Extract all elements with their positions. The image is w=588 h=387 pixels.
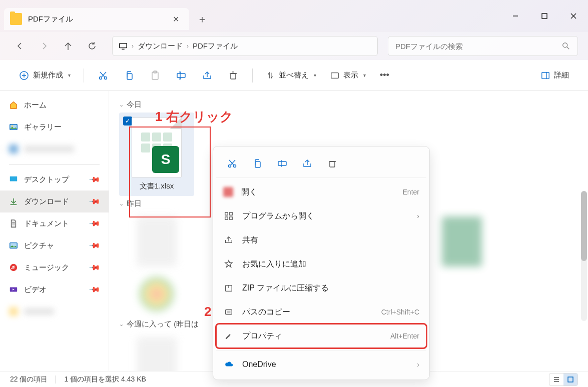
pc-icon <box>119 42 128 50</box>
up-button[interactable] <box>58 36 78 56</box>
file-item-blurred[interactable] <box>119 332 194 371</box>
group-today[interactable]: ⌄ 今日 <box>119 97 578 112</box>
sidebar-item-videos[interactable]: ビデオ 📌 <box>0 278 109 300</box>
ctx-cut-button[interactable] <box>221 154 243 174</box>
search-input[interactable] <box>395 42 561 50</box>
ctx-share[interactable]: 共有 <box>216 228 426 252</box>
toolbar: 新規作成 ▾ 並べ替え ▾ 表示 ▾ ••• 詳細 <box>0 60 588 91</box>
maximize-button[interactable] <box>530 4 559 28</box>
svg-rect-46 <box>278 162 286 166</box>
ctx-zip[interactable]: ZIP ファイルに圧縮する <box>216 276 426 300</box>
view-toggles <box>549 373 578 386</box>
breadcrumb-downloads[interactable]: ダウンロード <box>138 42 183 51</box>
ctx-copy-button[interactable] <box>246 154 268 174</box>
ctx-label: ZIP ファイルに圧縮する <box>242 283 419 294</box>
svg-rect-5 <box>120 44 127 48</box>
file-item-blurred[interactable] <box>424 212 499 272</box>
search-box[interactable] <box>388 36 578 56</box>
pictures-icon <box>9 241 18 250</box>
svg-line-8 <box>567 47 569 50</box>
ctx-label: プログラムから開く <box>242 211 409 222</box>
ctx-properties[interactable]: プロパティ Alt+Enter <box>216 324 426 348</box>
breadcrumb-current[interactable]: PDFファイル <box>193 42 238 51</box>
back-button[interactable] <box>10 36 30 56</box>
sidebar-item-pictures[interactable]: ピクチャ 📌 <box>0 234 109 256</box>
tab-close-button[interactable]: ✕ <box>169 12 183 26</box>
chevron-down-icon: ⌄ <box>119 102 124 108</box>
ctx-copy-path[interactable]: パスのコピー Ctrl+Shift+C <box>216 300 426 324</box>
chevron-down-icon: ⌄ <box>119 321 124 328</box>
view-label: 表示 <box>343 70 358 80</box>
file-name: 文書1.xlsx <box>140 182 174 191</box>
sidebar-label: ダウンロード <box>24 197 69 206</box>
video-icon <box>9 285 18 294</box>
context-toolbar <box>216 150 426 178</box>
onedrive-icon <box>223 360 234 369</box>
sidebar-item-documents[interactable]: ドキュメント 📌 <box>0 212 109 234</box>
view-button[interactable]: 表示 ▾ <box>325 66 371 86</box>
chevron-right-icon: › <box>187 42 189 50</box>
svg-rect-52 <box>230 212 232 215</box>
delete-button[interactable] <box>222 66 244 86</box>
svg-rect-49 <box>330 162 335 167</box>
ctx-label: OneDrive <box>242 360 409 369</box>
ctx-favorite[interactable]: お気に入りに追加 <box>216 252 426 276</box>
ctx-open-with[interactable]: プログラムから開く › <box>216 204 426 228</box>
svg-rect-45 <box>255 162 260 168</box>
sidebar-item-downloads[interactable]: ダウンロード 📌 <box>0 190 109 212</box>
breadcrumb[interactable]: › ダウンロード › PDFファイル <box>112 36 378 56</box>
sidebar-item-home[interactable]: ホーム <box>0 94 109 116</box>
sidebar-item-blurred[interactable]: › <box>0 138 109 160</box>
sidebar-item-blurred2[interactable] <box>0 300 109 322</box>
scrollbar[interactable] <box>581 191 587 321</box>
sort-button[interactable]: 並べ替え ▾ <box>261 66 321 86</box>
ctx-rename-button[interactable] <box>271 154 293 174</box>
sidebar-label: ビデオ <box>24 285 47 294</box>
svg-rect-19 <box>177 74 185 78</box>
file-item[interactable]: ✓ S 文書1.xlsx <box>119 112 194 196</box>
star-icon <box>223 260 234 268</box>
rename-button[interactable] <box>170 66 192 86</box>
new-button[interactable]: 新規作成 ▾ <box>14 66 76 86</box>
sidebar-item-music[interactable]: ミュージック 📌 <box>0 256 109 278</box>
ctx-onedrive[interactable]: OneDrive › <box>216 352 426 376</box>
svg-point-7 <box>563 43 567 48</box>
gallery-icon <box>9 122 18 132</box>
status-selected: 1 個の項目を選択 4.43 KB <box>64 375 146 384</box>
ctx-share-button[interactable] <box>296 154 318 174</box>
minimize-button[interactable] <box>501 4 530 28</box>
wrench-icon <box>223 332 234 340</box>
pin-icon: 📌 <box>88 283 101 296</box>
ctx-delete-button[interactable] <box>321 154 343 174</box>
chevron-right-icon: › <box>1 146 3 152</box>
ctx-open[interactable]: 開く Enter <box>216 180 426 204</box>
file-item-blurred[interactable] <box>119 212 194 272</box>
sidebar-item-gallery[interactable]: ギャラリー <box>0 116 109 138</box>
tab[interactable]: PDFファイル ✕ <box>4 8 189 30</box>
file-item-blurred[interactable] <box>119 272 194 316</box>
document-icon <box>9 219 18 228</box>
cut-button[interactable] <box>92 66 114 86</box>
checkbox-icon[interactable]: ✓ <box>123 116 132 126</box>
share-button[interactable] <box>196 66 218 86</box>
paste-button[interactable] <box>144 66 166 86</box>
details-button[interactable]: 詳細 <box>536 66 574 86</box>
new-tab-button[interactable]: ＋ <box>189 12 215 26</box>
more-button[interactable]: ••• <box>375 66 394 86</box>
refresh-button[interactable] <box>82 36 102 56</box>
close-button[interactable] <box>559 4 588 28</box>
sidebar: ホーム ギャラリー › デスクトップ 📌 ダウンロード 📌 ドキュメント 📌 <box>0 91 109 371</box>
ctx-label: パスのコピー <box>242 307 373 318</box>
forward-button[interactable] <box>34 36 54 56</box>
ctx-label: 開く <box>241 187 395 198</box>
folder-icon <box>10 13 22 25</box>
sidebar-item-desktop[interactable]: デスクトップ 📌 <box>0 168 109 190</box>
xlsx-badge-icon: S <box>152 146 179 173</box>
pin-icon: 📌 <box>88 261 101 274</box>
chevron-down-icon: ⌄ <box>119 200 124 207</box>
context-menu: 開く Enter プログラムから開く › 共有 お気に入りに追加 ZIP ファイ… <box>213 146 430 380</box>
svg-point-13 <box>105 76 107 79</box>
view-list-button[interactable] <box>549 374 563 386</box>
view-grid-button[interactable] <box>563 374 577 386</box>
copy-button[interactable] <box>118 66 140 86</box>
